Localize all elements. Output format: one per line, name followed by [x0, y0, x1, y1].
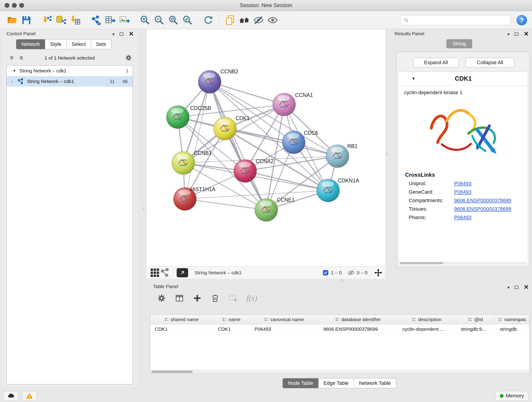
export-image-button[interactable]	[117, 13, 132, 27]
tab-string[interactable]: String	[446, 39, 472, 48]
network-node-CCNA2[interactable]	[234, 160, 257, 182]
help-button[interactable]: ?	[516, 15, 527, 26]
network-node-CCNE1[interactable]	[255, 198, 278, 221]
column-header-description[interactable]: description	[398, 315, 456, 324]
crosslink-link[interactable]: P06493	[454, 215, 472, 220]
export-table-button[interactable]	[103, 13, 117, 27]
gene-card-collapse-icon[interactable]: ▼	[412, 76, 416, 81]
network-node-label-CDK1: CDK1	[235, 115, 249, 121]
refresh-view-button[interactable]	[201, 13, 215, 27]
tab-sets[interactable]: Sets	[91, 39, 111, 49]
zoom-fit-button[interactable]	[166, 13, 181, 27]
table-cell[interactable]: stringdb	[495, 324, 530, 334]
new-network-button[interactable]	[89, 13, 103, 27]
network-node-count: 11	[110, 79, 115, 84]
table-options-gear-icon[interactable]	[157, 294, 166, 303]
tree-expand-icon[interactable]: ▼	[13, 69, 16, 73]
open-session-button[interactable]	[5, 13, 19, 27]
import-table-button[interactable]	[68, 13, 82, 27]
import-network-file-button[interactable]	[40, 13, 54, 27]
memory-button[interactable]: Memory	[495, 391, 528, 401]
tab-edge-table[interactable]: Edge Table	[318, 378, 354, 388]
network-edge-CCNB2-CCNE1[interactable]	[210, 82, 266, 210]
cloud-status-button[interactable]	[4, 391, 18, 401]
table-cell[interactable]: CDK1	[150, 324, 213, 334]
zoom-out-button[interactable]	[152, 13, 166, 27]
tab-style[interactable]: Style	[45, 39, 67, 49]
table-panel-menu-icon[interactable]: ▾	[507, 285, 510, 290]
show-columns-icon[interactable]	[175, 294, 184, 303]
network-overview-button[interactable]	[160, 268, 170, 277]
hide-selected-button[interactable]	[251, 13, 266, 27]
show-hidden-button[interactable]	[266, 13, 280, 27]
network-edge-HIST1H1A-CCNE1[interactable]	[185, 199, 266, 210]
zoom-selected-button[interactable]	[181, 13, 195, 27]
network-options-gear-icon[interactable]	[125, 54, 132, 61]
tab-select[interactable]: Select	[67, 39, 91, 49]
crosslink-link[interactable]: P06493	[454, 189, 472, 195]
network-edge-CCNB2-CCNA1[interactable]	[210, 82, 284, 104]
search-input[interactable]	[411, 17, 507, 23]
column-header-label: name	[228, 317, 241, 322]
table-cell[interactable]: cyclin-dependent ...	[398, 324, 456, 334]
network-node-CCNB2[interactable]	[198, 70, 221, 93]
table-cell[interactable]: CDK1	[213, 324, 250, 334]
results-panel-menu-icon[interactable]: ▾	[507, 32, 510, 37]
import-network-database-button[interactable]	[54, 13, 68, 27]
table-panel-close-icon[interactable]: ✕	[524, 284, 529, 290]
network-node-CDKN1A[interactable]	[317, 179, 340, 202]
network-node-CDK1[interactable]	[214, 117, 236, 140]
pan-crosshair-icon[interactable]	[374, 269, 382, 277]
neighbors-button[interactable]	[237, 13, 251, 27]
network-canvas[interactable]: CCNB2CCNA1CDC25BCDK1CDC6RB1CCNB1CCNA2CDK…	[147, 29, 385, 266]
network-node-CCNB1[interactable]	[172, 152, 195, 174]
save-session-button[interactable]	[19, 13, 33, 27]
crosslink-link[interactable]: 9606.ENSP00000378699	[454, 206, 511, 212]
control-panel-menu-icon[interactable]: ▾	[112, 32, 114, 37]
network-row-selected[interactable]: ● String Network – cdk1 11 48	[7, 76, 133, 87]
column-header--id[interactable]: @id	[456, 315, 495, 324]
results-panel-float-icon[interactable]	[515, 32, 519, 36]
left-splitter-handle[interactable]	[142, 208, 145, 211]
column-header-canonical-name[interactable]: canonical name	[250, 315, 319, 324]
network-share-icon	[91, 15, 101, 26]
search-icon	[404, 17, 409, 23]
network-node-RB1[interactable]	[326, 145, 349, 167]
table-cell[interactable]: stringdb:9...	[456, 324, 495, 334]
zoom-in-button[interactable]	[138, 13, 152, 27]
table-panel-float-icon[interactable]	[515, 286, 519, 289]
table-cell[interactable]: 9606.ENSP00000378699	[319, 324, 398, 334]
collapse-all-button[interactable]: Collapse All	[466, 58, 514, 67]
tab-node-table[interactable]: Node Table	[283, 378, 318, 388]
network-edge-CCNB2-HIST1H1A[interactable]	[185, 82, 210, 199]
column-header-namespac[interactable]: namespac	[495, 315, 530, 324]
tab-network[interactable]: Network	[16, 39, 45, 49]
table-row[interactable]: CDK1CDK1P064939606.ENSP00000378699cyclin…	[150, 324, 529, 334]
results-panel-close-icon[interactable]: ✕	[524, 31, 529, 37]
open-in-window-button[interactable]	[177, 268, 188, 277]
crosslink-link[interactable]: 9606.ENSP00000378699	[454, 198, 511, 204]
delete-column-icon[interactable]	[211, 294, 220, 303]
card-scrollbar-thumb[interactable]	[399, 262, 443, 264]
table-scrollbar-thumb[interactable]	[152, 370, 193, 373]
network-edge-CDK1-RB1[interactable]	[225, 128, 337, 156]
column-header-name[interactable]: name	[213, 315, 250, 324]
expand-all-button[interactable]: Expand All	[413, 58, 459, 67]
network-node-CDC25B[interactable]	[166, 106, 189, 128]
bottom-splitter-handle[interactable]	[341, 279, 343, 282]
column-header-database-identifier[interactable]: database identifier	[319, 315, 398, 324]
network-node-CCNA1[interactable]	[273, 93, 296, 116]
table-cell[interactable]: P06493	[250, 324, 319, 334]
tab-network-table[interactable]: Network Table	[354, 378, 396, 388]
network-collection-row[interactable]: ▼ String Network – cdk1 1	[7, 65, 133, 76]
crosslink-link[interactable]: P06493	[454, 181, 472, 186]
network-graph[interactable]: CCNB2CCNA1CDC25BCDK1CDC6RB1CCNB1CCNA2CDK…	[147, 29, 385, 266]
network-node-CDC6[interactable]	[282, 131, 305, 154]
warnings-button[interactable]	[22, 391, 37, 401]
birdseye-grid-button[interactable]	[150, 268, 160, 277]
control-panel-close-icon[interactable]: ✕	[128, 31, 134, 37]
control-panel-float-icon[interactable]	[120, 32, 123, 36]
add-column-icon[interactable]	[193, 294, 202, 303]
duplicate-network-button[interactable]	[223, 13, 237, 27]
column-header-shared-name[interactable]: shared name	[150, 315, 213, 324]
